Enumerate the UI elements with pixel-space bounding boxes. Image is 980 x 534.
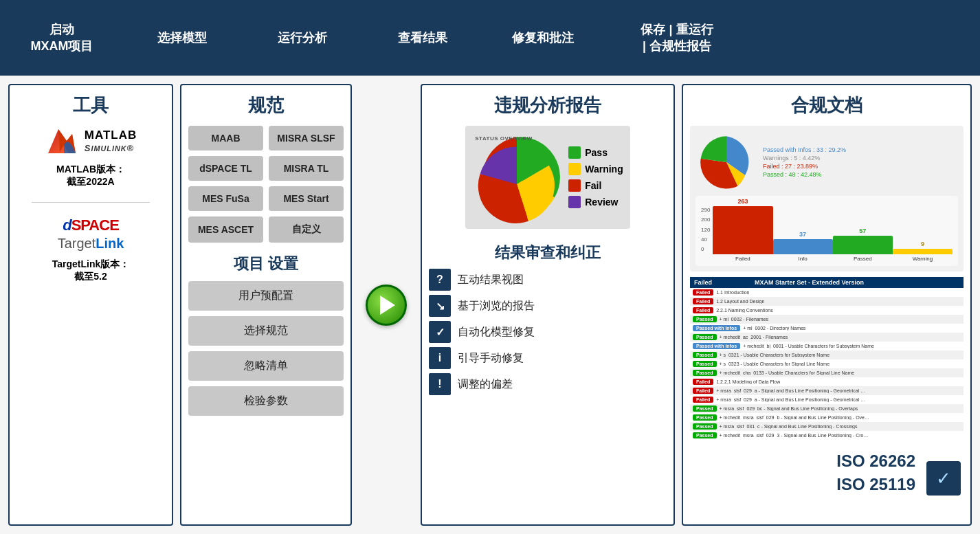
table-row: Passed+ ml_0002 - Filenames	[690, 315, 964, 324]
banner-step-1[interactable]: 启动 MXAM项目	[7, 0, 117, 76]
bar-rect-info	[773, 239, 833, 254]
run-button[interactable]	[366, 285, 407, 326]
row-badge: Failed	[693, 298, 713, 304]
mini-pie-row: Passed with Infos : 33 : 29.2% Warnings …	[695, 131, 958, 193]
table-row: Passed+ s_0321 - Usable Characters for S…	[690, 351, 964, 359]
checkmark-box: ✓	[926, 461, 961, 496]
table-row: Failed+ msra_slsf_029_a - Signal and Bus…	[690, 386, 964, 395]
bar-lbl-warning: Warning	[913, 256, 933, 262]
row-text: + s_0321 - Usable Characters for Subsyst…	[720, 353, 830, 357]
spec-btn-mes-fusa[interactable]: MES FuSa	[188, 186, 263, 211]
row-badge: Passed	[693, 316, 717, 322]
bar-val-passed: 57	[859, 227, 866, 234]
banner-step-2[interactable]: 选择模型	[127, 0, 237, 76]
row-text: + ml_0002 - Filenames	[720, 317, 768, 322]
row-badge: Passed	[693, 414, 717, 421]
banner-step-5[interactable]: 修复和批注	[488, 0, 598, 76]
row-text: + msra_slsf_029_a - Signal and Bus Line …	[716, 397, 867, 402]
run-icon	[380, 296, 395, 315]
spec-btn-custom[interactable]: 自定义	[269, 216, 344, 243]
settings-user-preset[interactable]: 用户预配置	[188, 281, 344, 311]
legend-fail: Fail	[568, 179, 623, 192]
y-axis: 290 200 120 40 0	[701, 207, 710, 262]
row-text: + ml_0002 - Directory Names	[743, 326, 805, 331]
legend-label-review: Review	[585, 197, 618, 208]
spec-btn-misra-tl[interactable]: MISRA TL	[269, 156, 344, 181]
table-row: Passed+ s_0323 - Usable Characters for S…	[690, 359, 964, 368]
legend-label-warning: Warning	[585, 164, 623, 175]
row-text: 1.1 Introduction	[716, 290, 749, 295]
pie-label-warning: Warnings : 5 : 4.42%	[763, 155, 846, 162]
table-col-title: MXAM Starter Set - Extended Version	[755, 279, 864, 286]
spec-btn-mes-ascet[interactable]: MES ASCET	[188, 216, 263, 243]
matlab-brand: MATLAB	[85, 128, 137, 143]
table-row: Passed+ msra_slsf_031_c - Signal and Bus…	[690, 422, 964, 431]
action-row-autofix: ✓ 自动化模型修复	[429, 321, 667, 343]
bar-passed: 57 Passed	[833, 227, 893, 262]
pie-label-failed: Failed : 27 : 23.89%	[763, 163, 846, 170]
matlab-icon	[45, 126, 79, 157]
panel-spec: 规范 MAAB MISRA SLSF dSPACE TL MISRA TL ME…	[180, 84, 352, 526]
table-row: Passed+ mchedit_msra_slsf_029_3 - Signal…	[690, 431, 964, 440]
row-badge: Passed	[693, 370, 717, 376]
action-label-autofix: 自动化模型修复	[458, 325, 535, 340]
row-badge: Passed	[693, 352, 717, 358]
spec-btn-misra-slsf[interactable]: MISRA SLSF	[269, 126, 344, 151]
spec-btn-dspace-tl[interactable]: dSPACE TL	[188, 156, 263, 181]
table-row: Failed1.2 Layout and Design	[690, 297, 964, 306]
project-settings-title: 项目 设置	[234, 254, 298, 274]
bar-lbl-passed: Passed	[854, 256, 872, 262]
banner-step-6[interactable]: 保存 | 重运行 | 合规性报告	[608, 0, 746, 76]
legend-label-pass: Pass	[585, 147, 608, 158]
banner-step-4[interactable]: 查看结果	[368, 0, 478, 76]
action-row-deviation: ! 调整的偏差	[429, 373, 667, 395]
table-row: Passed with Infos+ mchedit_bj_0001 - Usa…	[690, 342, 964, 351]
row-badge: Failed	[693, 379, 713, 385]
settings-select-spec[interactable]: 选择规范	[188, 316, 344, 346]
compliance-inner: Passed with Infos : 33 : 29.2% Warnings …	[690, 126, 964, 496]
status-overview-box: STATUS OVERVIEW	[465, 126, 630, 229]
settings-ignore-list[interactable]: 忽略清单	[188, 351, 344, 381]
banner-step-5-label: 修复和批注	[512, 30, 574, 46]
iso-row: ISO 26262 ISO 25119 ✓	[690, 445, 964, 496]
targetlink-brand: TargetLink	[58, 236, 124, 252]
row-text: + mchedit_cha_0133 - Usable Characters f…	[720, 370, 855, 375]
dspace-version-label: TargetLink版本：	[52, 258, 130, 269]
legend-list: Pass Warning Fail Review	[568, 146, 623, 208]
legend-label-fail: Fail	[585, 180, 601, 191]
matlab-version: MATLAB版本： 截至2022A	[56, 164, 125, 188]
bar-val-warning: 9	[921, 241, 924, 247]
legend-warning: Warning	[568, 163, 623, 175]
analysis-title: 违规分析报告	[494, 93, 601, 118]
pie-chart-proper	[472, 140, 561, 229]
panel-analysis: 违规分析报告 STATUS OVERVIEW	[421, 84, 675, 526]
action-icon-autofix: ✓	[429, 321, 451, 343]
table-row: Failed1.1 Introduction	[690, 288, 964, 297]
mini-pie-svg	[695, 131, 757, 193]
row-badge: Failed	[693, 307, 713, 313]
tools-logo-area: MATLAB SIMULINK® MATLAB版本： 截至2022A dSPAC…	[16, 126, 165, 283]
bar-val-failed: 263	[737, 198, 748, 205]
row-badge: Passed	[693, 405, 717, 412]
iso-numbers: ISO 26262 ISO 25119	[836, 449, 915, 496]
bar-lbl-info: Info	[798, 256, 807, 262]
settings-check-params[interactable]: 检验参数	[188, 386, 344, 416]
row-badge: Failed	[693, 397, 713, 403]
action-icon-guide: i	[429, 347, 451, 369]
banner-step-1-label: 启动 MXAM项目	[31, 21, 93, 54]
banner-step-3-label: 运行分析	[278, 30, 327, 46]
spec-btn-mes-start[interactable]: MES Start	[269, 186, 344, 211]
row-text: + msra_slsf_029_bc - Signal and Bus Line…	[720, 406, 858, 411]
row-badge: Passed	[693, 432, 717, 438]
spec-btn-maab[interactable]: MAAB	[188, 126, 263, 151]
row-badge: Failed	[693, 388, 713, 394]
banner-step-3[interactable]: 运行分析	[247, 0, 357, 76]
dspace-version-value: 截至5.2	[74, 271, 107, 282]
dspace-logo: dSPACE TargetLink	[58, 216, 124, 252]
row-badge: Passed with Infos	[693, 343, 740, 349]
spec-title: 规范	[248, 93, 284, 118]
action-icon-deviation: !	[429, 373, 451, 395]
table-row: Failed1.2.2.1 Modeling of Data Flow	[690, 377, 964, 386]
iso1: ISO 26262	[836, 449, 915, 473]
action-row-guide: i 引导手动修复	[429, 347, 667, 369]
